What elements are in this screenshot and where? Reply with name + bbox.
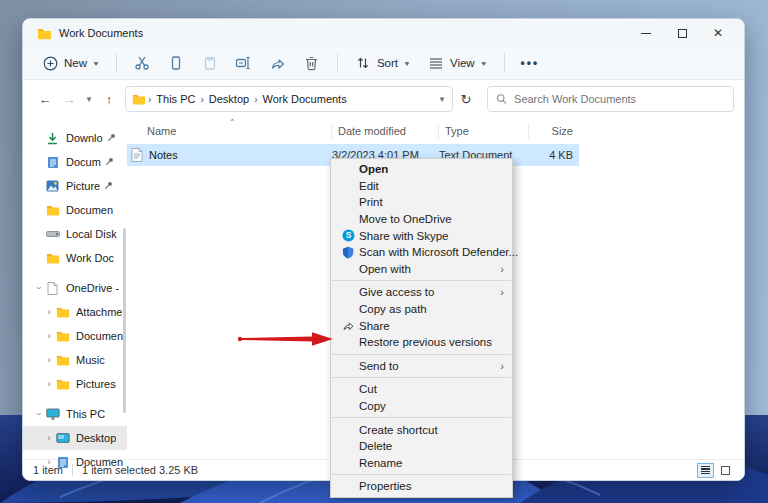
column-header-size[interactable]: Size [529, 124, 579, 139]
menu-item-share[interactable]: Share [331, 317, 512, 334]
breadcrumb-work-documents[interactable]: Work Documents [260, 93, 350, 105]
menu-item-open[interactable]: Open [331, 161, 512, 178]
menu-item-send-to[interactable]: Send to› [331, 358, 512, 375]
share-button[interactable] [261, 50, 295, 76]
toolbar-divider [337, 53, 338, 73]
breadcrumb-separator: › [252, 94, 259, 105]
breadcrumb-desktop[interactable]: Desktop [206, 93, 252, 105]
maximize-button[interactable] [664, 21, 700, 45]
cut-button[interactable] [125, 50, 159, 76]
sort-button-label: Sort [377, 57, 398, 69]
menu-item-scan-with-defender[interactable]: Scan with Microsoft Defender... [331, 244, 512, 261]
desktop-icon [55, 431, 70, 445]
search-input[interactable] [514, 93, 725, 105]
menu-item-edit[interactable]: Edit [331, 178, 512, 195]
menu-item-create-shortcut[interactable]: Create shortcut [331, 421, 512, 438]
sidebar-item-pictures[interactable]: Picture [23, 174, 127, 198]
address-bar[interactable]: › This PC › Desktop › Work Documents ▼ [125, 86, 453, 112]
document-icon [45, 155, 60, 169]
sidebar-item-pc-documents[interactable]: › Documen [23, 450, 127, 474]
sort-button[interactable]: Sort ▼ [346, 50, 419, 76]
sidebar-item-label: Desktop [76, 432, 116, 444]
large-icons-view-icon [721, 466, 730, 475]
menu-item-rename[interactable]: Rename [331, 455, 512, 472]
large-icons-view-button[interactable] [717, 463, 734, 478]
share-icon [337, 319, 359, 332]
chevron-down-icon: ▼ [85, 95, 93, 104]
up-button[interactable]: ↑ [97, 87, 121, 111]
menu-item-print[interactable]: Print [331, 194, 512, 211]
recent-locations-button[interactable]: ▼ [81, 87, 97, 111]
column-header-date-modified[interactable]: Date modified [332, 124, 439, 139]
sidebar-item-onedrive[interactable]: › OneDrive - [23, 276, 127, 300]
view-button[interactable]: View ▼ [419, 50, 496, 76]
desktop: Work Documents ✕ New ▼ [0, 0, 768, 503]
minimize-button[interactable] [628, 21, 664, 45]
back-button[interactable]: ← [33, 87, 57, 111]
expand-chevron-icon[interactable]: › [43, 331, 55, 341]
delete-button[interactable] [295, 50, 329, 76]
sidebar-item-documents[interactable]: Docum [23, 150, 127, 174]
address-row: ← → ▼ ↑ › This PC › Desktop › Work Docum… [23, 80, 744, 118]
chevron-down-icon: ▼ [92, 59, 100, 66]
sidebar-item-local-disk[interactable]: Local Disk [23, 222, 127, 246]
forward-button[interactable]: → [57, 87, 81, 111]
sidebar-item-music[interactable]: › Music [23, 348, 127, 372]
sidebar-item-desktop[interactable]: › Desktop [23, 426, 127, 450]
breadcrumb-separator: › [198, 94, 205, 105]
sidebar-scrollbar[interactable] [123, 228, 126, 413]
breadcrumb-this-pc[interactable]: This PC [153, 93, 198, 105]
copy-icon [167, 54, 185, 72]
sidebar-item-attachments[interactable]: › Attachme [23, 300, 127, 324]
rename-button[interactable] [227, 50, 261, 76]
expand-chevron-icon[interactable]: › [34, 408, 44, 420]
menu-item-restore-previous-versions[interactable]: Restore previous versions [331, 334, 512, 351]
sidebar-item-label: Local Disk [66, 228, 117, 240]
menu-item-give-access-to[interactable]: Give access to› [331, 284, 512, 301]
search-box[interactable] [487, 86, 734, 112]
chevron-down-icon: ▼ [403, 59, 411, 66]
close-button[interactable]: ✕ [700, 21, 736, 45]
copy-button[interactable] [159, 50, 193, 76]
sidebar-item-pictures-folder[interactable]: › Pictures [23, 372, 127, 396]
sort-arrows-icon [354, 54, 372, 72]
rename-icon [235, 54, 253, 72]
menu-item-copy-as-path[interactable]: Copy as path [331, 301, 512, 318]
details-view-button[interactable] [697, 463, 714, 478]
new-button[interactable]: New ▼ [33, 50, 108, 76]
drive-icon [45, 227, 60, 241]
folder-icon [55, 377, 70, 391]
expand-chevron-icon[interactable]: › [43, 457, 55, 467]
menu-item-cut[interactable]: Cut [331, 381, 512, 398]
refresh-button[interactable]: ↻ [453, 87, 479, 111]
menu-item-copy[interactable]: Copy [331, 398, 512, 415]
download-icon [45, 131, 60, 145]
sidebar-item-work-doc[interactable]: Work Doc [23, 246, 127, 270]
sidebar-item-this-pc[interactable]: › This PC [23, 402, 127, 426]
expand-chevron-icon[interactable]: › [43, 355, 55, 365]
back-icon: ← [39, 92, 52, 107]
title-bar[interactable]: Work Documents ✕ [23, 19, 744, 47]
expand-chevron-icon[interactable]: › [43, 433, 55, 443]
picture-icon [45, 179, 60, 193]
column-header-type[interactable]: Type [439, 124, 529, 139]
minimize-icon [641, 33, 651, 34]
sidebar-item-documents-folder[interactable]: Documen [23, 198, 127, 222]
sidebar-item-onedrive-documents[interactable]: › Documen [23, 324, 127, 348]
menu-item-open-with[interactable]: Open with› [331, 261, 512, 278]
menu-item-share-with-skype[interactable]: S Share with Skype [331, 227, 512, 244]
view-button-label: View [450, 57, 475, 69]
see-more-button[interactable]: ••• [513, 52, 548, 74]
sidebar-item-downloads[interactable]: Downlo [23, 126, 127, 150]
address-dropdown-chevron[interactable]: ▼ [438, 95, 446, 104]
menu-item-move-to-onedrive[interactable]: Move to OneDrive [331, 211, 512, 228]
expand-chevron-icon[interactable]: › [43, 307, 55, 317]
column-header-name[interactable]: Name ⌃ [127, 124, 332, 139]
menu-item-delete[interactable]: Delete [331, 438, 512, 455]
menu-item-properties[interactable]: Properties [331, 478, 512, 495]
pin-icon [105, 156, 114, 168]
folder-icon [55, 329, 70, 343]
paste-button[interactable] [193, 50, 227, 76]
expand-chevron-icon[interactable]: › [43, 379, 55, 389]
expand-chevron-icon[interactable]: › [34, 282, 44, 294]
